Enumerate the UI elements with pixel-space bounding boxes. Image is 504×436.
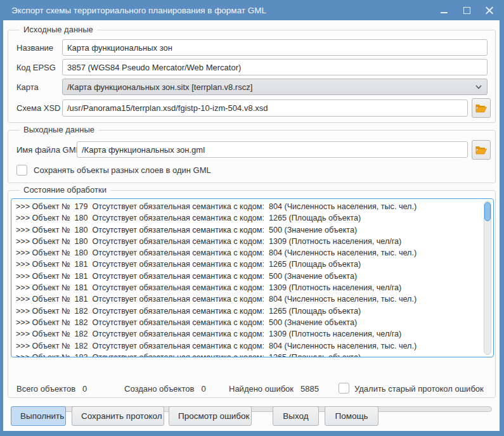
name-input[interactable] xyxy=(62,39,488,56)
created-objects-value: 0 xyxy=(201,384,205,394)
log-line[interactable]: >>> Объект № 180 Отсутствует обязательна… xyxy=(16,212,479,224)
titlebar[interactable]: Экспорт схемы территориального планирова… xyxy=(0,0,504,20)
vertical-scrollbar[interactable] xyxy=(484,201,491,355)
folder-open-icon xyxy=(475,145,487,155)
epsg-label: Код EPSG xyxy=(16,63,56,72)
delete-old-protocol-checkbox[interactable] xyxy=(339,383,349,394)
total-objects-value: 0 xyxy=(82,384,87,394)
log-line[interactable]: >>> Объект № 182 Отсутствует обязательна… xyxy=(16,328,479,340)
xsd-input[interactable] xyxy=(62,99,468,117)
error-log-list[interactable]: >>> Объект № 179 Отсутствует обязательна… xyxy=(11,198,494,357)
close-icon xyxy=(486,6,493,14)
log-line[interactable]: >>> Объект № 181 Отсутствует обязательна… xyxy=(16,282,479,293)
exit-button[interactable]: Выход xyxy=(273,406,319,426)
gml-filename-label: Имя файла GML xyxy=(16,145,81,155)
scrollbar-thumb[interactable] xyxy=(484,202,491,221)
xsd-label: Схема XSD xyxy=(16,103,60,113)
help-button[interactable]: Помощь xyxy=(325,406,378,426)
maximize-icon xyxy=(463,7,470,14)
source-group-title: Исходные данные xyxy=(20,25,97,34)
map-label: Карта xyxy=(16,82,39,92)
processing-status-group: Состояние обработки >>> Объект № 179 Отс… xyxy=(8,190,496,398)
errors-found-label: Найдено ошибок xyxy=(229,384,294,394)
output-group-title: Выходные данные xyxy=(20,125,98,134)
created-objects-label: Создано объектов xyxy=(124,384,194,394)
name-label: Название xyxy=(16,43,53,53)
created-objects-status: Создано объектов 0 xyxy=(124,384,206,394)
map-combobox-value: /Карта функциональных зон.sitx [terrplan… xyxy=(67,82,252,92)
log-line[interactable]: >>> Объект № 181 Отсутствует обязательна… xyxy=(16,293,479,305)
log-line[interactable]: >>> Объект № 181 Отсутствует обязательна… xyxy=(16,271,479,282)
view-errors-button[interactable]: Просмотр ошибок xyxy=(169,406,252,426)
dialog-window: Экспорт схемы территориального планирова… xyxy=(0,0,504,436)
log-lines: >>> Объект № 179 Отсутствует обязательна… xyxy=(16,201,479,357)
save-protocol-button[interactable]: Сохранить протокол xyxy=(72,406,164,426)
output-data-group: Выходные данные Имя файла GML Сохранять … xyxy=(8,130,496,183)
window-controls xyxy=(439,6,504,15)
processing-group-title: Состояние обработки xyxy=(20,185,110,195)
gml-browse-button[interactable] xyxy=(472,140,491,160)
gml-filename-input[interactable] xyxy=(77,141,468,158)
close-button[interactable] xyxy=(485,6,494,15)
log-line[interactable]: >>> Объект № 180 Отсутствует обязательна… xyxy=(16,247,479,259)
merge-gml-checkbox[interactable] xyxy=(16,165,27,176)
source-data-group: Исходные данные Название Код EPSG Карта … xyxy=(8,30,496,123)
maximize-button[interactable] xyxy=(462,6,471,15)
minimize-icon xyxy=(441,12,448,13)
minimize-button[interactable] xyxy=(439,6,448,15)
log-line[interactable]: >>> Объект № 179 Отсутствует обязательна… xyxy=(16,201,479,212)
folder-open-icon xyxy=(475,103,487,113)
dialog-content: Исходные данные Название Код EPSG Карта … xyxy=(3,20,500,431)
chevron-down-icon xyxy=(475,85,482,89)
xsd-browse-button[interactable] xyxy=(472,98,491,118)
log-line[interactable]: >>> Объект № 182 Отсутствует обязательна… xyxy=(16,340,479,352)
log-line[interactable]: >>> Объект № 182 Отсутствует обязательна… xyxy=(16,305,479,317)
merge-gml-checkbox-label: Сохранять объекты разных слоев в один GM… xyxy=(34,165,211,175)
epsg-input[interactable] xyxy=(62,59,488,75)
log-line[interactable]: >>> Объект № 180 Отсутствует обязательна… xyxy=(16,236,479,247)
delete-old-protocol-label: Удалить старый протокол ошибок xyxy=(354,384,484,394)
total-objects-label: Всего объектов xyxy=(16,384,75,394)
log-line[interactable]: >>> Объект № 182 Отсутствует обязательна… xyxy=(16,317,479,328)
window-title: Экспорт схемы территориального планирова… xyxy=(0,6,439,15)
errors-found-status: Найдено ошибок 5885 xyxy=(229,384,319,394)
total-objects-status: Всего объектов 0 xyxy=(16,384,87,394)
map-combobox[interactable]: /Карта функциональных зон.sitx [terrplan… xyxy=(62,79,488,95)
errors-found-value: 5885 xyxy=(300,384,319,394)
log-line[interactable]: >>> Объект № 183 Отсутствует обязательна… xyxy=(16,352,479,357)
log-line[interactable]: >>> Объект № 181 Отсутствует обязательна… xyxy=(16,259,479,270)
log-line[interactable]: >>> Объект № 180 Отсутствует обязательна… xyxy=(16,224,479,236)
execute-button[interactable]: Выполнить xyxy=(11,406,66,426)
